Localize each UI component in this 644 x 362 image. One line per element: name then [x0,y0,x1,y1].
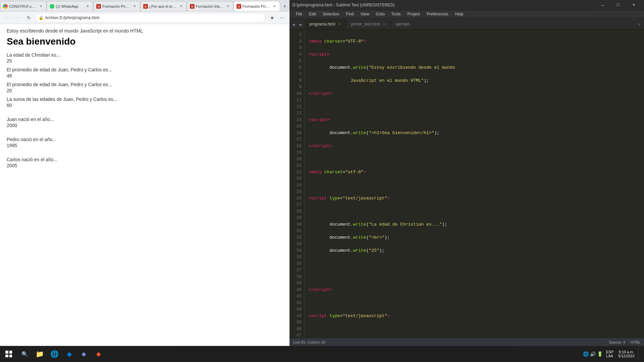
tab-favicon-2 [50,4,54,9]
extension-btn-1[interactable]: ★ [267,13,277,22]
menu-preferences[interactable]: Preferences [423,10,452,18]
tray-battery-icon[interactable]: 🔋 [597,351,603,357]
sublime-statusbar: Line 65, Column 10 Spaces: 4 HTML [290,338,644,346]
line-label-4: Juan nació en el año... [7,117,283,122]
brave-icon: ◆ [96,350,101,358]
sublime-tab-label-3: ejemplo [395,22,410,26]
sublime-tab-3[interactable]: ejemplo [391,19,415,29]
sublime-tab-2[interactable]: primer_test.html ✕ [346,19,391,29]
tab-close-4[interactable]: ✕ [178,4,184,9]
tab-favicon-3: a [96,4,101,9]
back-button[interactable]: ← [3,13,12,22]
tray-icons: 🌐 🔊 🔋 [582,351,604,357]
tray-network-icon[interactable]: 🌐 [583,351,589,357]
tab-favicon-4: a [143,4,148,9]
browser-tab-3[interactable]: a Formación Principiante en ... ✕ [93,1,140,11]
taskbar-edge[interactable]: ◆ [62,347,76,361]
tab-nav-arrows: ◀ ▶ [290,20,305,29]
extensions-area: ★ ⋯ [267,13,287,22]
tab-label-6: Formación Principiante en ... [243,4,270,8]
menu-selection[interactable]: Selection [319,10,342,18]
tab-label-4: ¿Por que el profesional T-S... [149,4,177,8]
tab-add-button[interactable]: + [635,20,644,29]
tab-close-5[interactable]: ✕ [225,4,230,9]
line-value-2: 20 [7,88,283,93]
minimize-button[interactable]: — [595,0,610,10]
address-bar[interactable]: 🔒 Archivo D:/john/programa.html [35,13,266,22]
menu-tools[interactable]: Tools [388,10,404,18]
maximize-button[interactable]: ☐ [610,0,626,10]
tab-close-2[interactable]: ✕ [85,4,90,9]
taskbar-brave[interactable]: ◆ [91,347,106,361]
tab-close-3[interactable]: ✕ [132,4,137,9]
taskbar-browser[interactable]: 🌐 [47,347,62,361]
address-url: D:/john/programa.html [59,15,99,20]
page-heading: Sea bienvenido [7,36,283,47]
discord-icon: ◆ [82,350,86,358]
browser-icon: 🌐 [50,350,59,358]
browser-window: CONSTRUÍ una GRANJA D... ✕ (1) WhatsApp … [0,0,289,346]
line-value-3: 60 [7,103,283,108]
line-value-6: 2005 [7,163,283,168]
tray-volume-icon[interactable]: 🔊 [590,351,596,357]
browser-tab-5[interactable]: a Formación Etapa Selección... ✕ [187,1,233,11]
folder-icon: 📁 [36,350,44,358]
window-controls: — ☐ ✕ [595,0,641,10]
browser-tab-6[interactable]: a Formación Principiante en ... ✕ [233,1,280,11]
menu-help[interactable]: Help [452,10,467,18]
line-label-1: El promedio de edad de Juan, Pedro y Car… [7,67,283,72]
start-button[interactable] [1,347,16,361]
clock-time: 9:10 a.m. [618,350,635,354]
code-editor[interactable]: <meta charset="UTF-8"> <script> document… [305,29,644,338]
menu-view[interactable]: View [357,10,373,18]
sublime-menubar: File Edit Selection Find View Goto Tools… [290,10,644,18]
line-value-1: 48 [7,73,283,78]
lock-icon: 🔒 [39,15,44,20]
line-numbers: 123 456 789 101112 131415 161718 192021 … [290,29,305,338]
search-icon: 🔍 [21,351,28,357]
page-intro: Estoy escribiendo desde el mundo JavaScr… [7,28,283,34]
tab-label-1: CONSTRUÍ una GRANJA D... [9,4,37,8]
tab-label-3: Formación Principiante en ... [102,4,130,8]
line-label-0: La edad de Christian es... [7,52,283,58]
search-button[interactable]: 🔍 [17,347,32,361]
show-desktop-button[interactable] [638,347,640,361]
sublime-tab-close-2[interactable]: ✕ [382,22,386,26]
line-label-6: Carlos nació en el año... [7,157,283,162]
browser-tab-1[interactable]: CONSTRUÍ una GRANJA D... ✕ [0,1,47,11]
taskbar-file-explorer[interactable]: 📁 [32,347,47,361]
browser-content: Estoy escribiendo desde el mundo JavaScr… [0,24,289,346]
menu-file[interactable]: File [292,10,306,18]
status-encoding: HTML [631,340,641,344]
sublime-titlebar: D:\john\programa.html - Sublime Text (UN… [290,0,644,10]
menu-project[interactable]: Project [404,10,423,18]
status-spaces: Spaces: 4 [609,340,625,344]
forward-button[interactable]: → [13,13,23,22]
taskbar-discord[interactable]: ◆ [76,347,91,361]
sublime-tab-close-1[interactable]: ✕ [338,22,341,26]
taskbar-tray: 🌐 🔊 🔋 ESPLAA 9:10 a.m. 5/12/2022 [582,347,643,361]
tab-nav-left[interactable]: ◀ [290,20,297,29]
menu-goto[interactable]: Goto [373,10,388,18]
menu-find[interactable]: Find [342,10,357,18]
clock-date: 5/12/2022 [618,354,635,358]
line-value-4: 2000 [7,123,283,128]
sublime-tab-1[interactable]: programa.html ✕ [305,19,346,29]
clock[interactable]: 9:10 a.m. 5/12/2022 [615,350,637,358]
menu-edit[interactable]: Edit [306,10,319,18]
line-label-5: Pedro nació en el año... [7,137,283,142]
close-button[interactable]: ✕ [626,0,641,10]
tab-close-1[interactable]: ✕ [38,4,44,9]
tab-close-6[interactable]: ✕ [272,4,277,9]
browser-tab-4[interactable]: a ¿Por que el profesional T-S... ✕ [140,1,187,11]
status-right: Spaces: 4 HTML [609,340,641,344]
sublime-editor[interactable]: 123 456 789 101112 131415 161718 192021 … [290,29,644,338]
address-protocol: Archivo [45,15,58,20]
new-tab-button[interactable]: + [280,2,289,11]
browser-tab-2[interactable]: (1) WhatsApp ✕ [47,1,93,11]
sublime-tab-label-1: programa.html [309,22,335,26]
reload-button[interactable]: ↻ [24,13,34,22]
language-indicator[interactable]: ESPLAA [605,350,615,358]
tab-nav-right[interactable]: ▶ [297,20,305,29]
extension-btn-2[interactable]: ⋯ [277,13,287,22]
